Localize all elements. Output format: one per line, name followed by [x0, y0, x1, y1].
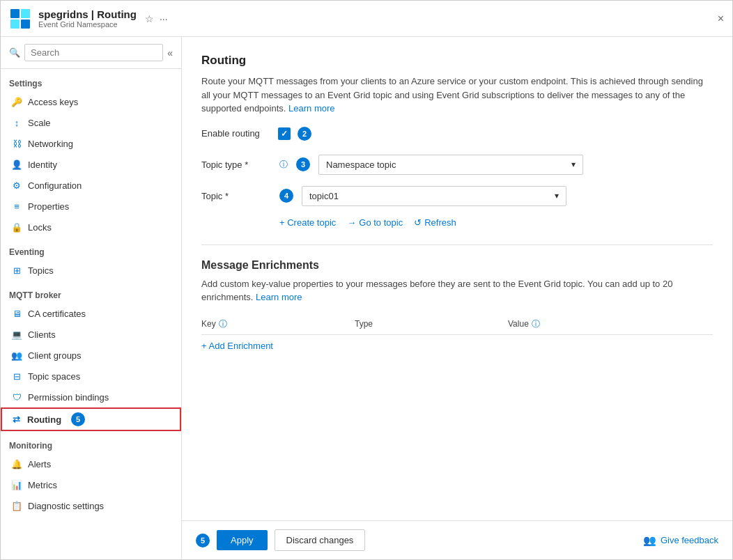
sidebar-label-client-groups: Client groups [28, 350, 82, 361]
main-layout: 🔍 « Settings 🔑 Access keys ↕ Scale ⛓ [1, 37, 732, 559]
alerts-icon: 🔔 [11, 458, 22, 469]
section-eventing: Eventing [1, 238, 181, 260]
sidebar-item-locks[interactable]: 🔒 Locks [1, 217, 181, 238]
routing-learn-more-link[interactable]: Learn more [288, 103, 334, 114]
properties-icon: ≡ [11, 201, 22, 212]
sidebar-label-configuration: Configuration [28, 180, 82, 191]
sidebar-item-alerts[interactable]: 🔔 Alerts [1, 453, 181, 474]
app-logo [9, 8, 31, 30]
refresh-button[interactable]: ↺ Refresh [414, 217, 456, 228]
enrichments-learn-more-link[interactable]: Learn more [256, 292, 302, 302]
footer: 5 Apply Discard changes 👥 Give feedback [182, 520, 732, 559]
titlebar-action-icons: ☆ ··· [145, 13, 168, 24]
routing-section-title: Routing [201, 54, 713, 68]
svg-rect-1 [21, 9, 30, 18]
routing-description: Route your MQTT messages from your clien… [201, 75, 713, 116]
search-input[interactable] [24, 44, 163, 61]
ellipsis-icon[interactable]: ··· [160, 13, 168, 24]
configuration-icon: ⚙ [11, 180, 22, 191]
svg-rect-2 [10, 20, 20, 29]
titlebar: spegridns | Routing Event Grid Namespace… [1, 1, 732, 37]
sidebar-item-clients[interactable]: 💻 Clients [1, 324, 181, 345]
titlebar-subtitle: Event Grid Namespace [38, 20, 137, 29]
topic-label: Topic * [201, 191, 271, 201]
star-icon[interactable]: ☆ [145, 13, 154, 24]
topic-actions: + Create topic → Go to topic ↺ Refresh [279, 217, 713, 228]
sidebar-label-access-keys: Access keys [28, 97, 78, 107]
section-monitoring: Monitoring [1, 431, 181, 453]
topic-type-info-icon[interactable]: ⓘ [279, 159, 288, 171]
sidebar-label-identity: Identity [28, 160, 57, 170]
sidebar-item-networking[interactable]: ⛓ Networking [1, 133, 181, 154]
sidebar-label-alerts: Alerts [28, 459, 51, 469]
sidebar-item-identity[interactable]: 👤 Identity [1, 154, 181, 175]
enable-routing-row: Enable routing 2 [201, 127, 713, 141]
key-info-icon[interactable]: ⓘ [219, 318, 227, 330]
svg-rect-3 [21, 20, 30, 29]
identity-icon: 👤 [11, 159, 22, 170]
sidebar-label-clients: Clients [28, 329, 56, 340]
sidebar-item-access-keys[interactable]: 🔑 Access keys [1, 91, 181, 112]
sidebar-item-routing[interactable]: ⇄ Routing 5 [1, 407, 181, 431]
ca-icon: 🖥 [11, 308, 22, 319]
key-icon: 🔑 [11, 96, 22, 107]
routing-icon: ⇄ [10, 414, 22, 425]
topic-value: topic01 [309, 191, 339, 201]
sidebar-nav: Settings 🔑 Access keys ↕ Scale ⛓ Network… [1, 69, 181, 559]
value-info-icon[interactable]: ⓘ [532, 318, 540, 330]
sidebar-item-ca-certificates[interactable]: 🖥 CA certificates [1, 303, 181, 324]
add-enrichment-button[interactable]: + Add Enrichment [201, 341, 713, 351]
topic-spaces-icon: ⊟ [11, 371, 22, 382]
sidebar-label-topics: Topics [28, 265, 54, 276]
sidebar-item-permission-bindings[interactable]: 🛡 Permission bindings [1, 387, 181, 407]
sidebar-label-locks: Locks [28, 222, 52, 233]
routing-step-badge: 5 [71, 412, 85, 426]
permissions-icon: 🛡 [11, 391, 22, 403]
collapse-icon[interactable]: « [167, 47, 173, 59]
enable-routing-checkbox[interactable] [278, 127, 291, 140]
metrics-icon: 📊 [11, 479, 22, 490]
go-to-topic-button[interactable]: → Go to topic [347, 217, 403, 228]
diagnostics-icon: 📋 [11, 500, 22, 511]
feedback-button[interactable]: 👥 Give feedback [643, 534, 718, 547]
sidebar-item-properties[interactable]: ≡ Properties [1, 196, 181, 217]
topic-row: Topic * 4 topic01 ▾ [201, 186, 713, 206]
sidebar-item-topics[interactable]: ⊞ Topics [1, 260, 181, 281]
sidebar-label-networking: Networking [28, 139, 73, 149]
col-type-header: Type [355, 319, 508, 329]
sidebar-item-topic-spaces[interactable]: ⊟ Topic spaces [1, 366, 181, 387]
apply-button[interactable]: Apply [217, 530, 268, 550]
section-divider [201, 244, 713, 245]
create-topic-button[interactable]: + Create topic [279, 217, 336, 228]
col-value-header: Value ⓘ [508, 318, 713, 330]
sidebar-item-client-groups[interactable]: 👥 Client groups [1, 345, 181, 366]
step5-badge: 5 [196, 534, 210, 547]
lock-icon: 🔒 [11, 221, 22, 233]
topic-select[interactable]: topic01 ▾ [302, 186, 566, 206]
topic-type-select[interactable]: Namespace topic ▾ [318, 155, 583, 175]
topics-icon: ⊞ [11, 265, 22, 276]
sidebar-search-container: 🔍 « [1, 37, 181, 69]
enrichments-title: Message Enrichments [201, 259, 713, 272]
sidebar-label-scale: Scale [28, 118, 51, 128]
close-button[interactable]: × [718, 13, 724, 25]
titlebar-main-title: spegridns | Routing [38, 8, 137, 20]
feedback-label: Give feedback [661, 535, 718, 545]
col-key-header: Key ⓘ [201, 318, 355, 330]
sidebar-label-diagnostics: Diagnostic settings [28, 501, 104, 511]
topic-chevron-icon: ▾ [555, 191, 559, 201]
enrichments-table-header: Key ⓘ Type Value ⓘ [201, 314, 713, 335]
sidebar-item-metrics[interactable]: 📊 Metrics [1, 474, 181, 495]
sidebar-label-routing: Routing [27, 414, 61, 425]
sidebar-item-configuration[interactable]: ⚙ Configuration [1, 175, 181, 196]
sidebar-label-properties: Properties [28, 201, 69, 212]
sidebar-label-metrics: Metrics [28, 480, 57, 490]
section-mqtt: MQTT broker [1, 281, 181, 303]
topic-type-value: Namespace topic [326, 160, 396, 170]
sidebar-item-diagnostic[interactable]: 📋 Diagnostic settings [1, 495, 181, 516]
search-icon: 🔍 [9, 47, 20, 58]
step4-badge: 4 [279, 189, 293, 203]
discard-button[interactable]: Discard changes [275, 529, 366, 551]
sidebar-item-scale[interactable]: ↕ Scale [1, 112, 181, 133]
section-settings: Settings [1, 69, 181, 91]
